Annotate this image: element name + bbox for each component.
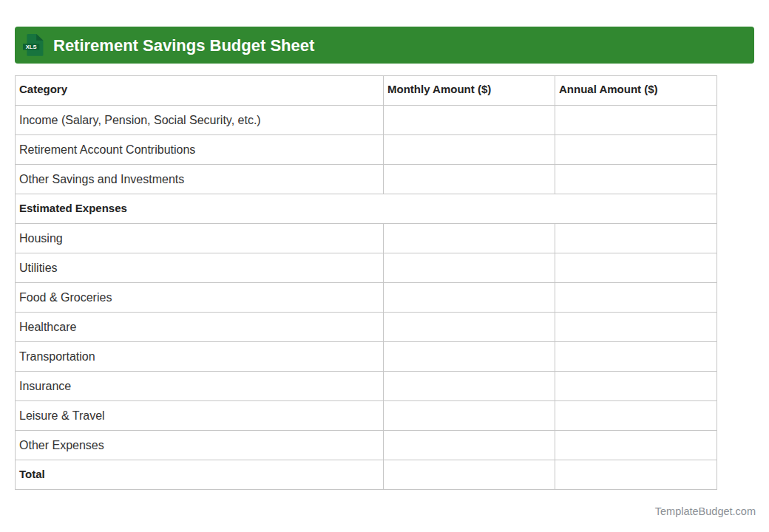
svg-text:XLS: XLS xyxy=(26,44,37,50)
